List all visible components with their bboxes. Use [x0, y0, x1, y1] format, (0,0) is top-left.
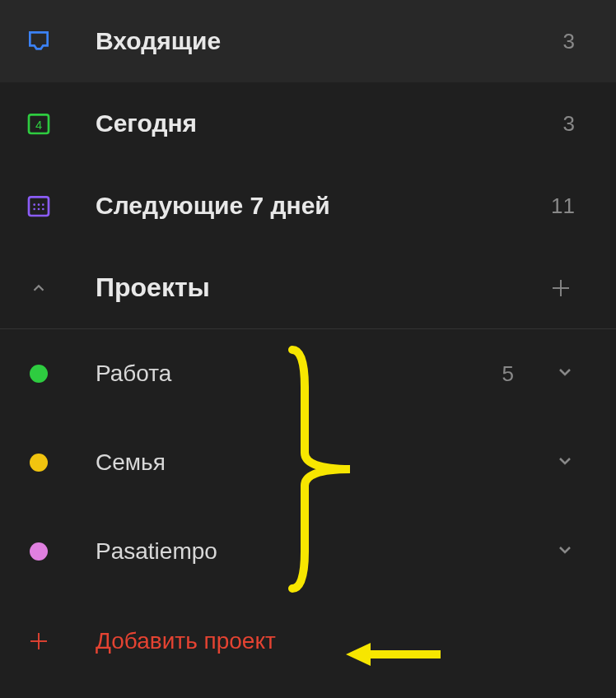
svg-point-3: [33, 208, 35, 211]
project-item[interactable]: Работа 5: [0, 329, 616, 418]
project-color-dot: [30, 542, 48, 561]
upcoming-icon: [25, 192, 53, 220]
add-project-icon[interactable]: [547, 274, 575, 302]
project-label: Работа: [96, 361, 502, 387]
svg-text:4: 4: [35, 119, 42, 132]
nav-upcoming-count: 11: [551, 193, 575, 219]
today-icon: 4: [25, 109, 53, 137]
project-item[interactable]: Семья: [0, 418, 616, 507]
nav-inbox-label: Входящие: [96, 27, 563, 55]
add-project-label: Добавить проект: [96, 628, 276, 654]
chevron-down-icon[interactable]: [555, 362, 575, 385]
chevron-up-icon[interactable]: [25, 274, 53, 302]
svg-point-5: [42, 208, 44, 211]
chevron-down-icon[interactable]: [555, 451, 575, 474]
svg-rect-2: [29, 197, 49, 216]
add-project-button[interactable]: Добавить проект: [0, 604, 616, 678]
project-count: 5: [502, 361, 514, 387]
nav-upcoming[interactable]: Следующие 7 дней 11: [0, 165, 616, 247]
nav-inbox[interactable]: Входящие 3: [0, 0, 616, 82]
nav-today-count: 3: [563, 111, 575, 137]
svg-point-6: [33, 203, 35, 206]
project-item[interactable]: Pasatiempo: [0, 507, 616, 596]
svg-point-8: [42, 203, 44, 206]
nav-today-label: Сегодня: [96, 109, 563, 137]
project-label: Pasatiempo: [96, 538, 514, 565]
nav-upcoming-label: Следующие 7 дней: [96, 192, 551, 220]
project-color-dot: [30, 454, 48, 472]
plus-icon: [25, 627, 53, 655]
project-label: Семья: [96, 449, 514, 476]
chevron-down-icon[interactable]: [555, 540, 575, 563]
nav-today[interactable]: 4 Сегодня 3: [0, 82, 616, 165]
project-color-dot: [30, 365, 48, 383]
svg-point-4: [38, 208, 40, 211]
projects-section-header[interactable]: Проекты: [0, 247, 616, 329]
projects-section-label: Проекты: [96, 272, 547, 303]
nav-inbox-count: 3: [563, 29, 575, 54]
svg-point-7: [38, 203, 40, 206]
inbox-icon: [25, 27, 53, 55]
